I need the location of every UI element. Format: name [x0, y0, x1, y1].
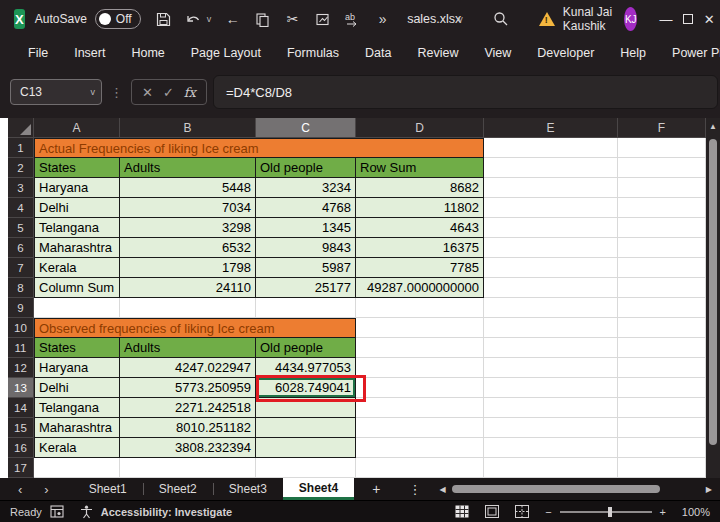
- cell-A12[interactable]: Haryana: [34, 358, 120, 378]
- cell-E11[interactable]: [484, 338, 618, 358]
- add-sheet-button[interactable]: +: [354, 478, 398, 500]
- cell-B11[interactable]: Adults: [120, 338, 256, 358]
- enter-icon[interactable]: ✓: [163, 85, 174, 100]
- page-break-view-icon[interactable]: [515, 505, 529, 518]
- scroll-up-icon[interactable]: ▲: [709, 122, 717, 131]
- cell-F6[interactable]: [618, 238, 706, 258]
- cell-F17[interactable]: [618, 458, 706, 478]
- cell-D4[interactable]: 11802: [356, 198, 484, 218]
- cell-F1[interactable]: [618, 138, 706, 158]
- cell-B3[interactable]: 5448: [120, 178, 256, 198]
- cell-F8[interactable]: [618, 278, 706, 298]
- vertical-scroll-thumb[interactable]: [709, 139, 717, 445]
- cell-C9[interactable]: [256, 298, 356, 318]
- cell-C2[interactable]: Old people: [256, 158, 356, 178]
- cell-D11[interactable]: [356, 338, 484, 358]
- cell-C7[interactable]: 5987: [256, 258, 356, 278]
- row-header-7[interactable]: 7: [8, 258, 34, 278]
- cell-B9[interactable]: [120, 298, 256, 318]
- sheet-menu-icon[interactable]: ⋮: [398, 478, 431, 500]
- cell-F14[interactable]: [618, 398, 706, 418]
- maximize-button[interactable]: [677, 0, 699, 38]
- cell-E4[interactable]: [484, 198, 618, 218]
- cell-B15[interactable]: 8010.251182: [120, 418, 256, 438]
- row-header-4[interactable]: 4: [8, 198, 34, 218]
- cell-A16[interactable]: Kerala: [34, 438, 120, 458]
- cell-B16[interactable]: 3808.232394: [120, 438, 256, 458]
- cell-A6[interactable]: Maharashtra: [34, 238, 120, 258]
- column-header-d[interactable]: D: [356, 118, 484, 138]
- cell-D9[interactable]: [356, 298, 484, 318]
- cell-D8[interactable]: 49287.0000000000: [356, 278, 484, 298]
- cell-B17[interactable]: [120, 458, 256, 478]
- row-header-8[interactable]: 8: [8, 278, 34, 298]
- zoom-out-icon[interactable]: −: [545, 506, 551, 518]
- cell-D12[interactable]: [356, 358, 484, 378]
- formula-input[interactable]: =D4*C8/D8: [213, 75, 718, 109]
- tab-formulas[interactable]: Formulas: [277, 42, 349, 64]
- qat-overflow-icon[interactable]: »: [374, 11, 391, 28]
- cell-D17[interactable]: [356, 458, 484, 478]
- close-button[interactable]: ✕: [698, 0, 720, 38]
- row-header-5[interactable]: 5: [8, 218, 34, 238]
- cell-F5[interactable]: [618, 218, 706, 238]
- cell-C8[interactable]: 25177: [256, 278, 356, 298]
- tab-developer[interactable]: Developer: [527, 42, 604, 64]
- cell-B6[interactable]: 6532: [120, 238, 256, 258]
- cut-icon[interactable]: ✂: [284, 11, 301, 28]
- cell-E7[interactable]: [484, 258, 618, 278]
- cell-B13[interactable]: 5773.250959: [120, 378, 256, 398]
- cell-C6[interactable]: 9843: [256, 238, 356, 258]
- row-header-6[interactable]: 6: [8, 238, 34, 258]
- autosave-toggle[interactable]: Off: [95, 9, 141, 29]
- cell-A17[interactable]: [34, 458, 120, 478]
- cell-F4[interactable]: [618, 198, 706, 218]
- cell-B2[interactable]: Adults: [120, 158, 256, 178]
- paste-icon[interactable]: [314, 11, 331, 28]
- column-header-c[interactable]: C: [256, 118, 356, 138]
- sheet-tab-sheet1[interactable]: Sheet1: [73, 478, 143, 500]
- cell-C15[interactable]: [256, 418, 356, 438]
- vertical-scrollbar[interactable]: ▲: [706, 118, 720, 478]
- column-header-e[interactable]: E: [484, 118, 618, 138]
- row-header-9[interactable]: 9: [8, 298, 34, 318]
- next-sheet-icon[interactable]: ›: [44, 482, 48, 497]
- cell-D14[interactable]: [356, 398, 484, 418]
- undo-icon[interactable]: [185, 11, 202, 28]
- file-name[interactable]: sales.xlsx v: [407, 12, 463, 26]
- horizontal-scrollbar[interactable]: ◀ ▶: [431, 478, 720, 500]
- zoom-slider[interactable]: [560, 511, 652, 513]
- accessibility-icon[interactable]: [80, 505, 93, 519]
- back-arrow-icon[interactable]: ←: [224, 11, 241, 28]
- cell-F16[interactable]: [618, 438, 706, 458]
- cell-C17[interactable]: [256, 458, 356, 478]
- prev-sheet-icon[interactable]: ‹: [18, 482, 22, 497]
- cell-E16[interactable]: [484, 438, 618, 458]
- cell-F15[interactable]: [618, 418, 706, 438]
- cell-E15[interactable]: [484, 418, 618, 438]
- cell-C16[interactable]: [256, 438, 356, 458]
- cell-B12[interactable]: 4247.022947: [120, 358, 256, 378]
- row-header-17[interactable]: 17: [8, 458, 34, 478]
- cell-E13[interactable]: [484, 378, 618, 398]
- cell-E3[interactable]: [484, 178, 618, 198]
- sheet-tab-sheet2[interactable]: Sheet2: [143, 478, 213, 500]
- row-header-15[interactable]: 15: [8, 418, 34, 438]
- cell-A1[interactable]: Actual Frequencies of liking Ice cream: [34, 138, 484, 158]
- column-header-a[interactable]: A: [34, 118, 120, 138]
- row-header-14[interactable]: 14: [8, 398, 34, 418]
- cell-D3[interactable]: 8682: [356, 178, 484, 198]
- tab-power-pivot[interactable]: Power Pivot: [662, 42, 720, 64]
- row-header-3[interactable]: 3: [8, 178, 34, 198]
- row-header-13[interactable]: 13: [8, 378, 34, 398]
- cell-D15[interactable]: [356, 418, 484, 438]
- tab-home[interactable]: Home: [121, 42, 174, 64]
- column-header-b[interactable]: B: [120, 118, 256, 138]
- cell-C12[interactable]: 4434.977053: [256, 358, 356, 378]
- save-icon[interactable]: [155, 11, 172, 28]
- cell-A15[interactable]: Maharashtra: [34, 418, 120, 438]
- cell-A2[interactable]: States: [34, 158, 120, 178]
- cell-E9[interactable]: [484, 298, 618, 318]
- cell-F12[interactable]: [618, 358, 706, 378]
- cell-C5[interactable]: 1345: [256, 218, 356, 238]
